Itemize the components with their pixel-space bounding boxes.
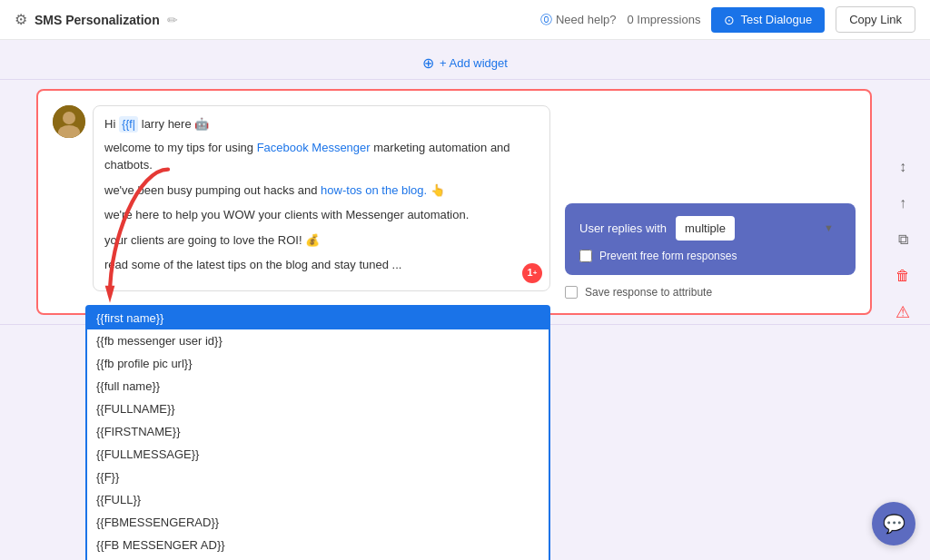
test-dialogue-icon: ⊙ [724,13,735,27]
autocomplete-item-11[interactable]: {{FACEBOOK_PAGE}} [87,556,549,560]
header-left: ⚙ SMS Personalization ✏ [15,11,178,28]
need-help-link[interactable]: ⓪ Need help? [540,12,617,28]
user-replies-label: User replies with [579,221,667,235]
prevent-row: Prevent free form responses [579,250,841,262]
impressions-count: 0 Impressions [627,13,700,26]
autocomplete-item-5[interactable]: {{FIRSTNAME}} [87,420,549,443]
test-dialogue-button[interactable]: ⊙ Test Dialogue [711,7,825,33]
header: ⚙ SMS Personalization ✏ ⓪ Need help? 0 I… [0,0,930,40]
drag-icon[interactable]: ↑ [890,191,915,216]
autocomplete-item-2[interactable]: {{fb profile pic url}} [87,352,549,375]
copy-widget-icon[interactable]: ⧉ [890,227,915,252]
avatar [53,105,85,138]
sidebar-actions: ↕ ↑ ⧉ 🗑 ⚠ [890,154,915,325]
message-column: Hi {{f| larry here 🤖 welcome to my tips … [53,105,550,299]
widget-card: Hi {{f| larry here 🤖 welcome to my tips … [36,89,872,315]
autocomplete-item-6[interactable]: {{FULLMESSAGE}} [87,443,549,466]
save-response-row: Save response to attribute [565,286,856,299]
prevent-checkbox[interactable] [579,250,592,262]
select-chevron-icon: ▼ [824,222,834,233]
replies-select[interactable]: multiple single none [676,216,735,241]
autocomplete-item-selected[interactable]: {{first name}} [87,307,549,329]
save-response-checkbox[interactable] [565,286,578,299]
autocomplete-item-9[interactable]: {{FBMESSENGERAD}} [87,511,549,534]
gear-icon[interactable]: ⚙ [15,11,27,28]
help-circle-icon: ⓪ [540,12,552,28]
autocomplete-item-8[interactable]: {{FULL}} [87,488,549,511]
autocomplete-item-4[interactable]: {{FULLNAME}} [87,398,549,420]
user-replies-row: User replies with multiple single none ▼ [579,216,841,241]
expand-icon[interactable]: ↕ [890,154,915,180]
template-tag: {{f| [119,116,137,133]
edit-icon[interactable]: ✏ [167,13,178,27]
autocomplete-item-10[interactable]: {{FB MESSENGER AD}} [87,534,549,556]
message-row: Hi {{f| larry here 🤖 welcome to my tips … [53,105,550,291]
prevent-label: Prevent free form responses [599,250,737,262]
page-title: SMS Personalization [35,13,160,27]
save-response-label: Save response to attribute [585,286,712,299]
chat-fab[interactable]: 💬 [872,502,915,545]
header-right: ⓪ Need help? 0 Impressions ⊙ Test Dialog… [540,6,915,33]
add-widget-plus-icon: ⊕ [422,54,434,72]
svg-point-1 [63,112,75,124]
main-content: ⊕ + Add widget [0,40,930,560]
user-replies-card: User replies with multiple single none ▼ [565,203,856,275]
top-add-widget[interactable]: ⊕ + Add widget [0,49,930,77]
autocomplete-item-7[interactable]: {{F}} [87,466,549,488]
top-divider [0,79,930,80]
add-response-badge[interactable]: 1+ [522,263,542,283]
chat-fab-icon: 💬 [883,513,905,535]
copy-link-button[interactable]: Copy Link [836,6,915,33]
replies-select-wrapper: multiple single none ▼ [676,216,841,241]
message-bubble[interactable]: Hi {{f| larry here 🤖 welcome to my tips … [93,105,550,291]
autocomplete-item-3[interactable]: {{full name}} [87,375,549,398]
message-body: welcome to my tips for using Facebook Me… [104,139,539,274]
autocomplete-dropdown: {{first name}} {{fb messenger user id}} … [85,305,550,560]
autocomplete-item-1[interactable]: {{fb messenger user id}} [87,329,549,352]
message-hi-line: Hi {{f| larry here 🤖 [104,115,539,133]
alert-icon[interactable]: ⚠ [890,300,915,325]
delete-icon[interactable]: 🗑 [890,263,915,289]
right-panel: User replies with multiple single none ▼ [565,105,856,299]
